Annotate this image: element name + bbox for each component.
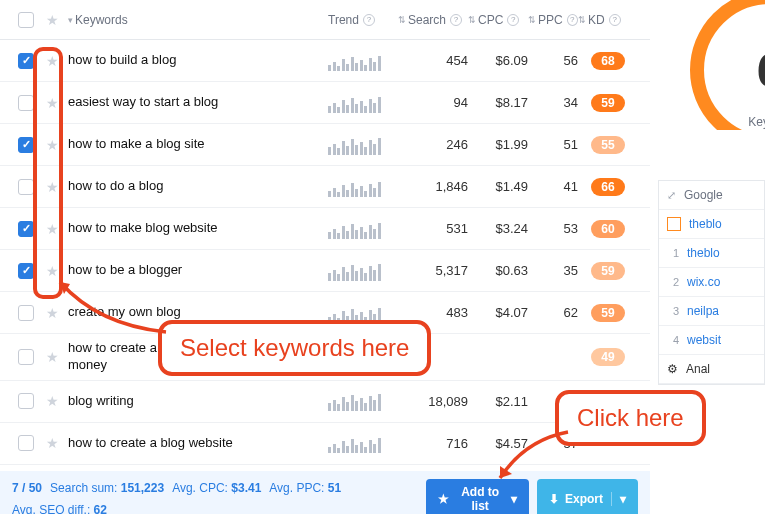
search-cell: 1,846 [398,179,468,194]
selection-summary: 7 / 50 Search sum: 151,223 Avg. CPC: $3.… [12,481,426,514]
analyze-row[interactable]: ⚙ Anal [659,355,764,384]
serp-item[interactable]: 4websit [659,326,764,355]
row-checkbox[interactable] [18,263,34,279]
sort-icon: ▾ [68,15,73,25]
keyword-cell[interactable]: how to make a blog site [64,136,328,153]
star-icon[interactable]: ★ [46,95,59,111]
trend-sparkline [328,177,398,197]
table-row: ★blog writing18,089$2.1138 [0,381,650,423]
keyword-cell[interactable]: how to create a blog website [64,435,328,452]
trend-sparkline [328,347,398,367]
column-search[interactable]: ⇅Search? [398,13,468,27]
table-header: ★ ▾ Keywords Trend? ⇅Search? ⇅CPC? ⇅PPC?… [0,0,650,40]
kd-pill: 55 [591,136,625,154]
serp-link[interactable]: neilpa [687,304,719,318]
column-ppc[interactable]: ⇅PPC? [528,13,578,27]
trend-sparkline [328,219,398,239]
search-cell: 246 [398,137,468,152]
kd-pill: 59 [591,94,625,112]
serp-link[interactable]: wix.co [687,275,720,289]
sort-double-icon: ⇅ [398,15,406,25]
ppc-cell: 53 [528,221,578,236]
cpc-cell: $8.17 [468,95,528,110]
row-checkbox[interactable] [18,137,34,153]
cpc-cell: $1.49 [468,179,528,194]
table-row: ★easiest way to start a blog94$8.173459 [0,82,650,124]
summary-cpc-val: $3.41 [231,481,261,495]
keyword-cell[interactable]: easiest way to start a blog [64,94,328,111]
star-icon[interactable]: ★ [46,179,59,195]
summary-seo-label: Avg. SEO diff.: [12,503,90,514]
serp-link[interactable]: theblo [689,217,722,231]
summary-cpc-label: Avg. CPC: [172,481,228,495]
keyword-cell[interactable]: how to be a blogger [64,262,328,279]
serp-item[interactable]: 3neilpa [659,297,764,326]
star-icon[interactable]: ★ [46,263,59,279]
ppc-cell: 35 [528,263,578,278]
column-search-label: Search [408,13,446,27]
row-checkbox[interactable] [18,179,34,195]
ppc-cell: 51 [528,137,578,152]
help-icon[interactable]: ? [363,14,375,26]
star-icon[interactable]: ★ [46,393,59,409]
column-trend[interactable]: Trend? [328,13,398,27]
row-checkbox[interactable] [18,349,34,365]
keyword-cell[interactable]: create my own blog [64,304,328,321]
table-row: ★create my own blog483$4.076259 [0,292,650,334]
star-icon[interactable]: ★ [46,435,59,451]
serp-item[interactable]: 2wix.co [659,268,764,297]
serp-item[interactable]: 1theblo [659,239,764,268]
sort-double-icon: ⇅ [528,15,536,25]
search-cell: 94 [398,95,468,110]
gauge-widget: 6 Keyword [658,0,765,130]
trend-sparkline [328,135,398,155]
help-icon[interactable]: ? [567,14,578,26]
search-cell: 716 [398,436,468,451]
row-checkbox[interactable] [18,221,34,237]
kd-pill: 66 [591,178,625,196]
star-icon[interactable]: ★ [46,349,59,365]
select-all-checkbox[interactable] [18,12,34,28]
star-icon[interactable]: ★ [46,221,59,237]
kd-pill: 60 [591,220,625,238]
star-icon[interactable]: ★ [46,53,59,69]
keyword-cell[interactable]: how to create a blog for free and make m… [64,340,328,374]
row-checkbox[interactable] [18,53,34,69]
keyword-cell[interactable]: blog writing [64,393,328,410]
gauge-label: Keyword [748,115,765,129]
row-checkbox[interactable] [18,393,34,409]
serp-rank: 2 [667,276,679,288]
column-keywords[interactable]: ▾ Keywords [64,13,328,27]
kd-pill: 68 [591,52,625,70]
star-icon: ★ [438,492,449,506]
serp-link[interactable]: websit [687,333,721,347]
kd-pill: 49 [591,348,625,366]
column-keywords-label: Keywords [75,13,128,27]
kd-pill: 59 [591,262,625,280]
row-checkbox[interactable] [18,435,34,451]
keyword-cell[interactable]: how to build a blog [64,52,328,69]
help-icon[interactable]: ? [507,14,519,26]
footer-actions: ★ Add to list ▾ ⬇ Export ▾ [426,479,638,514]
column-cpc[interactable]: ⇅CPC? [468,13,528,27]
add-to-list-button[interactable]: ★ Add to list ▾ [426,479,529,514]
keyword-cell[interactable]: how to make blog website [64,220,328,237]
trend-sparkline [328,391,398,411]
column-kd[interactable]: ⇅KD? [578,13,638,27]
keyword-cell[interactable]: how to do a blog [64,178,328,195]
help-icon[interactable]: ? [450,14,462,26]
gear-icon: ⚙ [667,362,678,376]
serp-head[interactable]: ⤢ Google [659,181,764,210]
serp-list: ⤢ Google theblo1theblo2wix.co3neilpa4web… [658,180,765,385]
download-icon: ⬇ [549,492,559,506]
export-button[interactable]: ⬇ Export ▾ [537,479,638,514]
row-checkbox[interactable] [18,95,34,111]
table-row: ★how to build a blog454$6.095668 [0,40,650,82]
side-panel: 6 Keyword ⤢ Google theblo1theblo2wix.co3… [650,0,765,514]
serp-link[interactable]: theblo [687,246,720,260]
serp-item[interactable]: theblo [659,210,764,239]
star-icon[interactable]: ★ [46,137,59,153]
row-checkbox[interactable] [18,305,34,321]
star-icon[interactable]: ★ [46,305,59,321]
help-icon[interactable]: ? [609,14,621,26]
